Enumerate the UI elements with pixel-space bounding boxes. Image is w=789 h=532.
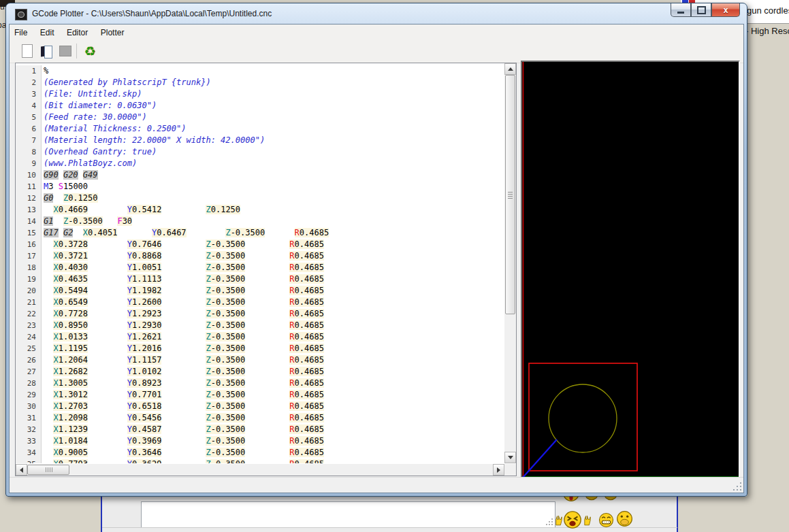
refresh-icon: ♻ <box>84 45 95 58</box>
maximize-button[interactable] <box>691 3 711 17</box>
gcode-plotter-window: GCode Plotter - C:\Users\Shaun\AppData\L… <box>5 3 747 497</box>
save-file-icon <box>59 46 71 56</box>
line-number: 21 <box>16 297 42 308</box>
line-number: 35 <box>16 459 42 463</box>
code-line: 27 X1.2682 Y1.0102 Z-0.3500 R0.4685 <box>16 366 504 378</box>
open-file-button[interactable] <box>38 43 54 59</box>
line-number: 32 <box>16 424 42 435</box>
hand-over-mouth-smiley <box>616 510 633 527</box>
code-line: 33 X1.0184 Y0.3969 Z-0.3500 R0.4685 <box>16 435 504 447</box>
background-right-text-bottom: - High Reso. <box>745 26 789 36</box>
line-number: 16 <box>16 239 42 250</box>
line-number: 12 <box>16 193 42 204</box>
code-line: 15G17 G2 X0.4051 Y0.6467 Z-0.3500 R0.468… <box>16 227 504 239</box>
background-column-border-right <box>677 495 678 532</box>
menu-bar: File Edit Editor Plotter <box>10 24 743 41</box>
background-right-text-top: gun cordless <box>747 5 789 16</box>
toolpath-circle <box>549 384 617 452</box>
horizontal-scroll-thumb[interactable] <box>27 465 69 475</box>
rock-on-smiley <box>563 510 582 529</box>
line-number: 31 <box>16 412 42 424</box>
menu-editor[interactable]: Editor <box>62 24 93 37</box>
code-area[interactable]: 1%2(Generated by PhlatscripT {trunk})3(F… <box>16 63 504 463</box>
line-number: 2 <box>16 77 42 88</box>
replot-button[interactable]: ♻ <box>82 43 98 59</box>
line-number: 15 <box>16 227 42 239</box>
line-number: 11 <box>16 181 42 193</box>
line-number: 4 <box>16 100 42 112</box>
line-number: 23 <box>16 320 42 331</box>
code-line: 20 X0.5494 Y1.1982 Z-0.3500 R0.4685 <box>16 285 504 297</box>
comment-textarea[interactable] <box>141 501 555 528</box>
code-line: 29 X1.3012 Y0.7701 Z-0.3500 R0.4685 <box>16 389 504 401</box>
code-line: 25 X1.1195 Y1.2016 Z-0.3500 R0.4685 <box>16 343 504 354</box>
status-bar <box>10 477 743 493</box>
code-line: 17 X0.3721 Y0.8868 Z-0.3500 R0.4685 <box>16 250 504 262</box>
scroll-up-button[interactable] <box>504 63 516 75</box>
code-line: 34 X0.9005 Y0.3646 Z-0.3500 R0.4685 <box>16 447 504 459</box>
code-line: 12G0 Z0.1250 <box>16 193 504 204</box>
new-file-icon <box>22 44 33 58</box>
code-line: 26 X1.2064 Y1.1157 Z-0.3500 R0.4685 <box>16 354 504 366</box>
background-panel-divider <box>102 527 677 528</box>
background-column-border-left <box>101 495 102 532</box>
line-number: 7 <box>16 135 42 146</box>
minimize-button[interactable] <box>671 3 691 17</box>
line-number: 34 <box>16 447 42 459</box>
line-number: 24 <box>16 331 42 343</box>
scroll-left-button[interactable] <box>16 464 27 476</box>
scroll-down-button[interactable] <box>504 452 516 463</box>
code-line: 28 X1.3005 Y0.8923 Z-0.3500 R0.4685 <box>16 378 504 389</box>
close-button[interactable]: x <box>711 3 740 17</box>
open-file-icon <box>41 46 52 57</box>
code-line: 16 X0.3728 Y0.7646 Z-0.3500 R0.4685 <box>16 239 504 250</box>
code-line: 22 X0.7728 Y1.2923 Z-0.3500 R0.4685 <box>16 308 504 320</box>
vertical-scrollbar[interactable] <box>504 63 516 463</box>
code-line: 4(Bit diameter: 0.0630") <box>16 100 504 112</box>
new-file-button[interactable] <box>19 43 35 59</box>
code-line: 19 X0.4635 Y1.1113 Z-0.3500 R0.4685 <box>16 273 504 285</box>
code-line: 8(Overhead Gantry: true) <box>16 146 504 158</box>
code-line: 18 X0.4030 Y1.0051 Z-0.3500 R0.4685 <box>16 262 504 273</box>
line-number: 13 <box>16 204 42 216</box>
code-line: 5(Feed rate: 30.0000") <box>16 112 504 123</box>
minimize-icon <box>677 12 684 14</box>
app-icon <box>15 9 27 20</box>
code-line: 21 X0.6549 Y1.2600 Z-0.3500 R0.4685 <box>16 297 504 308</box>
grin-smiley <box>598 512 614 528</box>
menu-plotter[interactable]: Plotter <box>96 24 129 37</box>
line-number: 17 <box>16 250 42 262</box>
code-line: 31 X1.2098 Y0.5456 Z-0.3500 R0.4685 <box>16 412 504 424</box>
menu-edit[interactable]: Edit <box>35 24 59 37</box>
line-number: 14 <box>16 216 42 227</box>
line-number: 22 <box>16 308 42 320</box>
workspace: 1%2(Generated by PhlatscripT {trunk})3(F… <box>10 63 743 478</box>
horizontal-scrollbar[interactable] <box>16 464 504 476</box>
line-number: 33 <box>16 435 42 447</box>
scroll-right-button[interactable] <box>493 464 504 476</box>
window-resize-grip[interactable] <box>733 482 742 491</box>
textarea-resize-grip[interactable] <box>546 518 553 525</box>
title-bar[interactable]: GCode Plotter - C:\Users\Shaun\AppData\L… <box>6 3 747 24</box>
scrollbar-corner <box>504 464 516 476</box>
line-number: 18 <box>16 262 42 273</box>
maximize-icon <box>697 6 706 14</box>
line-number: 8 <box>16 146 42 158</box>
menu-file[interactable]: File <box>10 24 32 37</box>
code-line: 1% <box>16 65 504 77</box>
toolpath-square <box>529 363 637 471</box>
rapid-move-line <box>522 439 557 478</box>
background-left-text-top: ru <box>0 2 5 12</box>
window-title: GCode Plotter - C:\Users\Shaun\AppData\L… <box>32 9 272 18</box>
vertical-scroll-thumb[interactable] <box>505 75 515 314</box>
line-number: 26 <box>16 354 42 366</box>
save-file-button[interactable] <box>57 43 74 59</box>
line-number: 27 <box>16 366 42 378</box>
line-number: 10 <box>16 169 42 181</box>
line-number: 19 <box>16 273 42 285</box>
code-line: 7(Material length: 22.0000" X width: 42.… <box>16 135 504 146</box>
plotter-preview-canvas <box>521 61 740 480</box>
code-line: 35 X0.7793 Y0.3629 Z-0.3500 R0.4685 <box>16 459 504 463</box>
line-number: 6 <box>16 123 42 135</box>
code-line: 24 X1.0133 Y1.2621 Z-0.3500 R0.4685 <box>16 331 504 343</box>
